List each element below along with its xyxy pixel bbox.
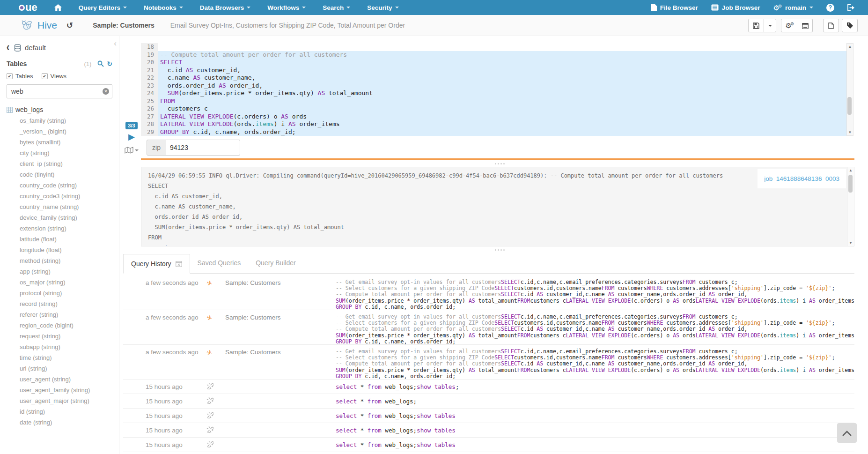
menu-data-browsers[interactable]: Data Browsers: [200, 4, 251, 11]
table-column[interactable]: country_name (string): [7, 201, 119, 212]
table-column[interactable]: id (string): [7, 406, 119, 417]
user-menu[interactable]: ⚙⚙ romain: [773, 4, 813, 11]
table-column[interactable]: device_family (string): [7, 212, 119, 223]
save-button[interactable]: [748, 19, 764, 32]
help-button[interactable]: ?: [826, 4, 834, 12]
query-history-icon[interactable]: ↺: [66, 21, 73, 30]
table-column[interactable]: user_agent_family (string): [7, 385, 119, 395]
table-column[interactable]: protocol (string): [7, 288, 119, 298]
table-column[interactable]: record (string): [7, 298, 119, 309]
job-link[interactable]: job_1461888648136_0003: [764, 175, 839, 182]
history-row[interactable]: 15 hours agoselect * from web_logs;show …: [123, 409, 854, 423]
table-column[interactable]: user_agent_major (string): [7, 395, 119, 406]
scrollbar-thumb[interactable]: [847, 97, 852, 115]
table-column[interactable]: country_code (string): [7, 180, 119, 191]
editor-scrollbar[interactable]: ▲ ▼: [846, 43, 853, 136]
editor-line[interactable]: 25FROM: [141, 97, 853, 105]
editor-line[interactable]: 19-- Compute total amount per order for …: [141, 51, 853, 59]
table-column[interactable]: request (string): [7, 331, 119, 342]
clear-filter-icon[interactable]: ✕: [103, 88, 109, 95]
search-tables-button[interactable]: [97, 60, 104, 67]
scroll-up-icon[interactable]: ▲: [849, 168, 853, 172]
scroll-to-top-button[interactable]: [837, 423, 857, 443]
menu-search[interactable]: Search: [323, 4, 350, 11]
editor-line[interactable]: 28LATERAL VIEW EXPLODE(ords.items) i AS …: [141, 120, 853, 128]
table-column[interactable]: bytes (smallint): [7, 137, 119, 148]
refresh-tables-button[interactable]: ↻: [107, 60, 112, 67]
job-browser-button[interactable]: Job Browser: [711, 4, 760, 11]
tab-query-history[interactable]: Query History: [123, 254, 190, 274]
sql-editor[interactable]: 1819-- Compute total amount per order fo…: [141, 43, 853, 136]
editor-line[interactable]: 23 ords.order_id AS order_id,: [141, 82, 853, 90]
history-row[interactable]: a few seconds ago✈Sample: Customers-- Ge…: [123, 275, 854, 310]
editor-line[interactable]: 21 c.id AS customer_id,: [141, 67, 853, 74]
table-column[interactable]: extension (string): [7, 223, 119, 234]
table-column[interactable]: subapp (string): [7, 342, 119, 352]
menu-query-editors[interactable]: Query Editors: [79, 4, 127, 11]
table-column[interactable]: code (tinyint): [7, 169, 119, 180]
editor-line[interactable]: 18: [141, 43, 853, 51]
database-name[interactable]: default: [25, 44, 46, 52]
tab-saved-queries[interactable]: Saved Queries: [190, 254, 249, 273]
tab-query-builder[interactable]: Query Builder: [248, 254, 303, 273]
hue-logo[interactable]: ue: [19, 1, 37, 14]
history-row[interactable]: 15 hours agoselect * from web_logs;show …: [123, 438, 854, 452]
table-column[interactable]: region_code (bigint): [7, 320, 119, 331]
table-filter-input[interactable]: [7, 84, 112, 98]
editor-line[interactable]: 22 c.name AS customer_name,: [141, 74, 853, 82]
scroll-down-icon[interactable]: ▼: [848, 130, 852, 134]
table-column[interactable]: referer (string): [7, 309, 119, 320]
table-column[interactable]: os_major (string): [7, 277, 119, 288]
table-column[interactable]: app (string): [7, 266, 119, 277]
schedule-button[interactable]: [798, 19, 813, 32]
history-row[interactable]: 15 hours agoselect * from web_logs;show …: [123, 423, 854, 438]
history-row[interactable]: 15 hours agoselect * from web_logs;show …: [123, 380, 854, 394]
table-column[interactable]: longitude (float): [7, 245, 119, 255]
table-column[interactable]: city (string): [7, 148, 119, 158]
collapse-sidebar-button[interactable]: ‹: [114, 39, 117, 48]
sign-out-button[interactable]: [847, 4, 855, 11]
history-row[interactable]: a few seconds ago✈Sample: Customers-- Ge…: [123, 310, 854, 345]
table-column[interactable]: country_code3 (string): [7, 191, 119, 201]
settings-button[interactable]: ⚙⚙: [781, 19, 798, 32]
back-chevron-icon[interactable]: ‹: [7, 41, 10, 54]
execute-button[interactable]: ▶: [128, 133, 135, 141]
resize-handle[interactable]: [119, 246, 868, 253]
history-row[interactable]: 15 hours agoselect * from web_logs;: [123, 394, 854, 409]
resize-handle[interactable]: [119, 160, 868, 167]
new-document-button[interactable]: [823, 19, 839, 32]
menu-workflows[interactable]: Workflows: [267, 4, 306, 11]
file-browser-button[interactable]: File Browser: [651, 4, 698, 11]
table-column[interactable]: latitude (float): [7, 234, 119, 245]
table-column[interactable]: method (string): [7, 255, 119, 266]
editor-line[interactable]: 20SELECT: [141, 59, 853, 67]
table-column[interactable]: user_agent (string): [7, 374, 119, 385]
zip-variable-input[interactable]: [166, 140, 240, 156]
table-column[interactable]: _version_ (bigint): [7, 126, 119, 137]
menu-security[interactable]: Security: [367, 4, 398, 11]
table-column[interactable]: os_family (string): [7, 115, 119, 126]
editor-line[interactable]: 24 SUM(order_items.price * order_items.q…: [141, 89, 853, 97]
log-scrollbar[interactable]: ▲ ▼: [847, 167, 854, 246]
scroll-up-icon[interactable]: ▲: [848, 45, 852, 49]
editor-line[interactable]: 27LATERAL VIEW EXPLODE(c.orders) o AS or…: [141, 113, 853, 121]
views-checkbox[interactable]: [42, 73, 48, 79]
editor-line[interactable]: 26 customers c: [141, 105, 853, 113]
scrollbar-thumb[interactable]: [848, 175, 853, 193]
table-column[interactable]: date (string): [7, 417, 119, 428]
history-row[interactable]: a few seconds ago✈Sample: Customers-- Ge…: [123, 345, 854, 380]
table-column[interactable]: url (string): [7, 363, 119, 374]
table-column[interactable]: client_ip (string): [7, 158, 119, 169]
tables-checkbox[interactable]: [7, 73, 13, 79]
result-options-button[interactable]: [125, 147, 139, 154]
table-column[interactable]: time (string): [7, 352, 119, 363]
clear-history-calendar-icon[interactable]: [176, 260, 182, 267]
table-item-web-logs[interactable]: web_logs: [7, 106, 119, 113]
editor-line[interactable]: 29GROUP BY c.id, c.name, ords.order_id;: [141, 128, 853, 136]
scroll-down-icon[interactable]: ▼: [849, 241, 853, 245]
tags-button[interactable]: [842, 19, 858, 32]
hive-app-link[interactable]: Hive: [37, 20, 57, 31]
save-options-button[interactable]: [764, 19, 776, 32]
menu-notebooks[interactable]: Notebooks: [144, 4, 183, 11]
home-button[interactable]: [54, 4, 62, 11]
